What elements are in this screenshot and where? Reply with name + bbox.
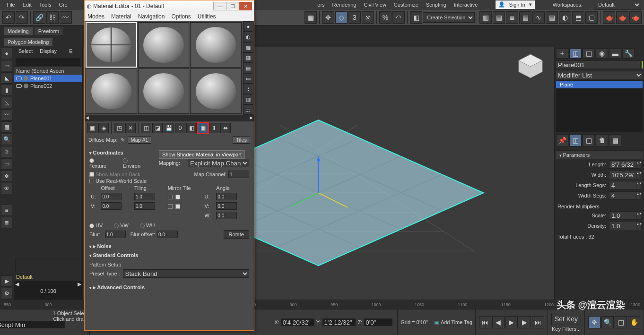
scene-item-plane002[interactable]: Plane002 [14,82,82,90]
material-slot[interactable] [190,69,242,114]
mini-track[interactable] [14,295,82,300]
texture-radio[interactable] [89,158,94,163]
width-input[interactable] [609,171,636,179]
blur-input[interactable] [105,231,126,238]
layers-button[interactable]: ≣ [506,11,518,24]
nav-pan-button[interactable]: ✋ [628,316,640,328]
cone-icon[interactable]: ◣ [1,72,12,84]
visibility-icon[interactable] [16,77,22,80]
menu-customize[interactable]: Customize [390,2,422,8]
play-button[interactable]: ▶ [505,316,518,328]
modifier-list-dropdown[interactable]: Modifier List [556,71,643,79]
modify-tab[interactable]: ◫ [569,48,582,59]
window-titlebar[interactable]: ◐ Material Editor - 01 - Default — ☐ ✕ [85,0,254,12]
backlight-button[interactable]: ◐ [243,32,253,42]
select-by-material-button[interactable]: ▥ [243,94,253,104]
gear-icon[interactable]: ⚙ [1,288,12,299]
wave-icon[interactable]: 〰 [1,109,12,120]
list-icon[interactable]: ≡ [1,205,12,216]
stdctrl-rollout[interactable]: Standard Controls [89,252,249,258]
spinner-icon[interactable]: ▲▼ [636,160,641,169]
dope-sheet-button[interactable]: ▤ [546,11,558,24]
menu-civilview[interactable]: Civil View [360,2,390,8]
modifier-stack[interactable]: Plane [556,80,643,132]
environ-radio[interactable] [123,158,128,163]
density-input[interactable] [609,222,636,230]
utilities-tab[interactable]: 🔧 [622,48,635,59]
sphere-icon[interactable]: ● [1,48,12,59]
put-to-library-button[interactable]: 💾 [164,123,174,133]
show-end-result-button[interactable]: ◧ [186,123,197,133]
background-button[interactable]: ▩ [243,42,253,52]
eye-icon[interactable]: 👁 [1,183,12,194]
redo-button[interactable]: ↷ [16,11,28,24]
scene-search-input[interactable] [16,58,80,66]
advctrl-rollout[interactable]: ▸ Advanced Controls [89,284,249,291]
sample-uv-button[interactable]: ▦ [243,52,253,63]
ribbon-modeling-tab[interactable]: Modeling [4,27,33,35]
x-input[interactable] [281,318,314,326]
scene-column-name[interactable]: Name (Sorted Ascen [16,68,64,74]
window-min-button[interactable]: — [213,2,226,10]
sign-in-button[interactable]: 👤 Sign In ▾ [496,0,534,9]
assign-to-sel-button[interactable]: ◳ [114,123,124,133]
matid-channel-button[interactable]: 0 [175,123,185,133]
teapot2-button[interactable]: 🫖 [616,11,628,24]
go-forward-sibling-button[interactable]: ⬌ [220,123,231,133]
scene-tab-select[interactable]: Select [14,47,37,57]
window-max-button[interactable]: ☐ [226,2,239,10]
spinner-icon[interactable]: ▲▼ [636,191,641,200]
align-button[interactable]: ▤ [493,11,505,24]
v-angle-input[interactable] [216,202,237,210]
material-map-navigator-button[interactable]: ☷ [243,104,253,115]
remove-mod-button[interactable]: 🗑 [596,134,608,146]
y-input[interactable] [322,318,356,326]
material-slot[interactable] [138,69,190,114]
schematic-button[interactable]: ▦ [519,11,531,24]
teapot1-button[interactable]: 🫖 [603,11,615,24]
bind-space-warp-button[interactable]: 〰 [60,11,72,24]
star-icon[interactable]: ❄ [1,171,12,182]
mapping-dropdown[interactable]: Explicit Map Channel [188,159,249,167]
scale-button[interactable]: 3 [348,11,361,24]
material-slot[interactable] [86,69,137,114]
menu-rendering[interactable]: Rendering [329,2,360,8]
pin-stack-button[interactable]: 📌 [556,134,568,146]
scene-hscroll[interactable]: ◀▶ [14,281,82,287]
hierarchy-tab[interactable]: ◲ [583,48,595,59]
u-tile-checkbox[interactable] [175,195,180,199]
u-tiling-input[interactable] [134,193,155,200]
make-unique-button[interactable]: ◳ [583,134,595,146]
wu-radio[interactable] [140,223,145,228]
spinner-icon[interactable]: ▲▼ [636,211,641,220]
unlink-button[interactable]: ⛓ [46,11,59,24]
window-close-button[interactable]: ✕ [239,2,252,10]
go-to-parent-button[interactable]: ⬆ [209,123,219,133]
material-slot[interactable] [86,22,137,68]
uv-radio[interactable] [89,223,94,228]
object-color-swatch[interactable] [641,60,643,69]
menu-tools[interactable]: Tools [35,2,55,8]
set-key-button[interactable]: Set Key [551,313,581,325]
ribbon-freeform-tab[interactable]: Freeform [35,27,63,35]
motion-tab[interactable]: ◉ [596,48,608,59]
u-offset-input[interactable] [101,193,122,200]
material-slot[interactable] [190,22,242,68]
display-tab[interactable]: ▬ [609,48,621,59]
spinner-icon[interactable]: ▲▼ [636,181,641,189]
rotate-button[interactable]: ◇ [335,11,348,24]
configure-sets-button[interactable]: ▤ [609,134,621,146]
render-setup-button[interactable]: ⬒ [572,11,584,24]
menu-file[interactable]: File [3,2,19,8]
menu-interactive[interactable]: Interactive [450,2,482,8]
mat-menu-modes[interactable]: Modes [87,13,104,20]
make-unique-button[interactable]: ◪ [152,123,163,133]
rect2-icon[interactable]: ▭ [1,158,12,170]
reset-map-button[interactable]: ✕ [125,123,136,133]
menu-ors[interactable]: ors [313,2,328,8]
slot-hscroll[interactable]: ◀▶ [85,115,254,121]
video-check-button[interactable]: ▤ [243,63,253,73]
scene-tab-display[interactable]: Display [37,47,60,57]
w-angle-input[interactable] [216,212,237,219]
play-icon[interactable]: ▶ [1,275,12,287]
